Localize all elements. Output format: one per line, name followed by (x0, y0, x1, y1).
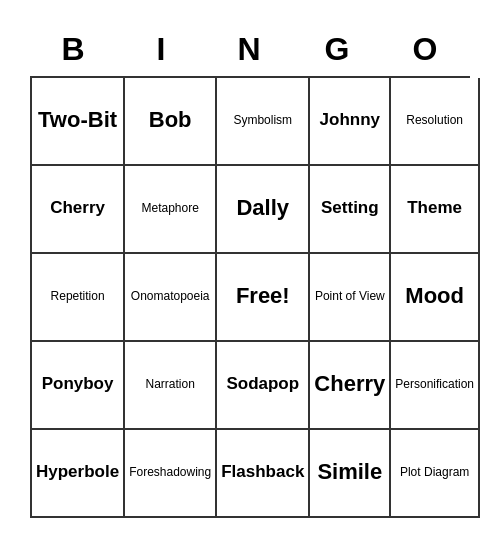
cell-text: Two-Bit (38, 107, 117, 133)
cell-text: Simile (317, 459, 382, 485)
header-letter: B (30, 27, 118, 72)
cell-r4-c3: Simile (310, 430, 391, 518)
cell-text: Setting (321, 198, 379, 218)
cell-r1-c2: Dally (217, 166, 310, 254)
cell-text: Bob (149, 107, 192, 133)
cell-text: Cherry (50, 198, 105, 218)
cell-text: Plot Diagram (400, 465, 469, 479)
header-letter: G (294, 27, 382, 72)
cell-r0-c1: Bob (125, 78, 217, 166)
cell-r2-c0: Repetition (32, 254, 125, 342)
cell-r3-c0: Ponyboy (32, 342, 125, 430)
header-letter: O (382, 27, 470, 72)
cell-r3-c1: Narration (125, 342, 217, 430)
cell-r1-c3: Setting (310, 166, 391, 254)
cell-text: Repetition (51, 289, 105, 303)
cell-text: Free! (236, 283, 290, 309)
cell-r2-c1: Onomatopoeia (125, 254, 217, 342)
cell-text: Personification (395, 377, 474, 391)
cell-text: Theme (407, 198, 462, 218)
bingo-grid: Two-BitBobSymbolismJohnnyResolutionCherr… (30, 76, 470, 518)
cell-text: Resolution (406, 113, 463, 127)
cell-text: Metaphore (141, 201, 198, 215)
cell-text: Mood (405, 283, 464, 309)
cell-r0-c3: Johnny (310, 78, 391, 166)
cell-r1-c1: Metaphore (125, 166, 217, 254)
cell-text: Ponyboy (42, 374, 114, 394)
cell-text: Hyperbole (36, 462, 119, 482)
cell-r4-c4: Plot Diagram (391, 430, 480, 518)
cell-text: Johnny (320, 110, 380, 130)
cell-text: Narration (145, 377, 194, 391)
cell-r3-c2: Sodapop (217, 342, 310, 430)
cell-r1-c0: Cherry (32, 166, 125, 254)
cell-r4-c1: Foreshadowing (125, 430, 217, 518)
header-letter: I (118, 27, 206, 72)
bingo-card: BINGO Two-BitBobSymbolismJohnnyResolutio… (20, 17, 480, 528)
cell-text: Flashback (221, 462, 304, 482)
bingo-header: BINGO (30, 27, 470, 72)
cell-text: Foreshadowing (129, 465, 211, 479)
cell-text: Sodapop (226, 374, 299, 394)
cell-r3-c3: Cherry (310, 342, 391, 430)
cell-r2-c3: Point of View (310, 254, 391, 342)
cell-r4-c0: Hyperbole (32, 430, 125, 518)
header-letter: N (206, 27, 294, 72)
cell-r1-c4: Theme (391, 166, 480, 254)
cell-r0-c0: Two-Bit (32, 78, 125, 166)
cell-r3-c4: Personification (391, 342, 480, 430)
cell-text: Dally (236, 195, 289, 221)
cell-r4-c2: Flashback (217, 430, 310, 518)
cell-r2-c4: Mood (391, 254, 480, 342)
cell-text: Point of View (315, 289, 385, 303)
cell-r2-c2: Free! (217, 254, 310, 342)
cell-text: Onomatopoeia (131, 289, 210, 303)
cell-text: Cherry (314, 371, 385, 397)
cell-r0-c4: Resolution (391, 78, 480, 166)
cell-r0-c2: Symbolism (217, 78, 310, 166)
cell-text: Symbolism (233, 113, 292, 127)
